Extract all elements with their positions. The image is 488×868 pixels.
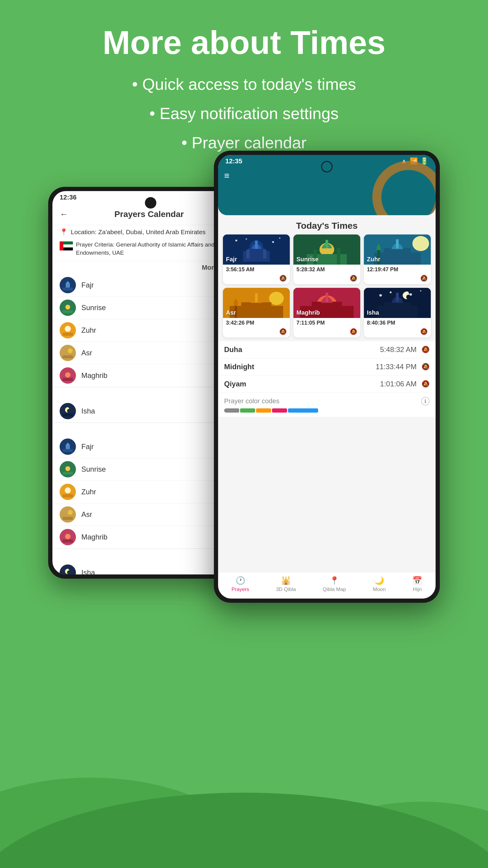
svg-point-22 [60,403,76,419]
svg-rect-48 [248,248,265,261]
maghrib-bell-icon[interactable]: 🔕 [350,328,357,335]
prayer-grid: Fajr 3:56:15 AM 🔕 [218,235,435,338]
fajr-card-label: Fajr [226,256,237,263]
zuhr-card-img: Zuhr [364,235,431,265]
svg-point-35 [68,510,73,515]
svg-rect-17 [63,355,73,358]
nav-qibla-map[interactable]: 📍 Qibla Map [323,576,346,592]
nav-moon[interactable]: 🌙 Moon [373,576,386,592]
svg-point-44 [246,239,247,240]
color-bar [224,408,429,412]
color-seg-green [240,408,255,412]
sunrise-icon-d2 [60,461,76,477]
moon-label: Moon [373,587,386,592]
front-phone: 12:35 ▲ 📶 🔋 ≡ Today's Times [214,151,440,603]
prayer-card-sunrise[interactable]: Sunrise 5:28:32 AM 🔕 [293,235,360,284]
hijri-icon: 📅 [412,576,422,585]
svg-point-45 [272,241,274,243]
prayer-card-asr[interactable]: Asr 3:42:26 PM 🔕 [223,288,290,338]
maghrib-bell-row: 🔕 [293,327,360,338]
moon-icon: 🌙 [375,576,384,585]
midnight-name: Midnight [224,363,376,371]
zuhr-time: 12:19:47 PM [364,265,431,274]
nav-prayers[interactable]: 🕐 Prayers [232,576,250,592]
svg-point-38 [65,534,70,539]
fajr-icon-d1 [60,277,76,293]
maghrib-card-img: Maghrib [293,288,360,318]
asr-icon-d1 [60,345,76,361]
sunrise-card-img: Sunrise [293,235,360,265]
svg-rect-49 [255,241,258,249]
svg-rect-37 [63,539,73,542]
prayer-card-zuhr[interactable]: Zuhr 12:19:47 PM 🔕 [364,235,431,284]
svg-point-43 [235,240,237,241]
prayer-card-fajr[interactable]: Fajr 3:56:15 AM 🔕 [223,235,290,284]
sunrise-icon-d1 [60,300,76,316]
location-text: Location: Za'abeel, Dubai, United Arab E… [71,228,206,236]
qibla3d-label: 3D Qibla [276,587,296,592]
isha-bell-row: 🔕 [364,327,431,338]
qiyam-name: Qiyam [224,380,380,388]
qiblamap-icon: 📍 [330,576,339,585]
sunrise-card-label: Sunrise [296,256,318,263]
asr-bell-icon[interactable]: 🔕 [279,328,287,335]
sunrise-bell-row: 🔕 [293,274,360,284]
nav-3d-qibla[interactable]: 🕌 3D Qibla [276,576,296,592]
section-title: Today's Times [218,215,435,235]
back-arrow-icon[interactable]: ← [60,210,68,219]
color-seg-orange [256,408,271,412]
svg-rect-28 [63,472,73,475]
zuhr-bell-icon[interactable]: 🔕 [420,275,428,282]
header-section: More about Times • Quick access to today… [0,0,488,158]
svg-rect-11 [63,310,73,313]
prayer-card-isha[interactable]: Isha 8:40:36 PM 🔕 [364,288,431,338]
svg-point-46 [279,238,280,239]
maghrib-time: 7:11:05 PM [293,318,360,327]
additional-times: Duha 5:48:32 AM 🔕 Midnight 11:33:44 PM 🔕… [218,341,435,393]
phones-container: 12:36 ▲ 📶 🔋 ← Prayers Calendar 📅 📍 Locat… [48,151,440,814]
sunrise-bell-icon[interactable]: 🔕 [350,275,357,282]
isha-card-img: Isha [364,288,431,318]
asr-bell-row: 🔕 [223,327,290,338]
prayer-card-maghrib[interactable]: Maghrib 7:11:05 PM 🔕 [293,288,360,338]
svg-rect-25 [63,449,73,452]
isha-icon-d2 [60,564,76,575]
svg-rect-68 [255,293,258,302]
asr-card-label: Asr [226,309,236,316]
uae-flag [60,241,73,250]
svg-point-33 [60,506,76,523]
svg-point-18 [68,348,73,353]
qiyam-row: Qiyam 1:01:06 AM 🔕 [218,375,435,393]
qiyam-bell-icon[interactable]: 🔕 [421,380,429,388]
svg-rect-57 [326,240,328,248]
asr-icon-d2 [60,506,76,523]
prayers-label: Prayers [232,587,250,592]
qiblamap-label: Qibla Map [323,587,346,592]
info-icon[interactable]: ℹ [421,397,429,405]
fajr-bell-row: 🔕 [223,274,290,284]
svg-point-12 [65,305,70,310]
duha-bell-icon[interactable]: 🔕 [421,346,429,353]
front-status-icons: ▲ 📶 🔋 [401,157,428,165]
color-seg-pink [272,408,287,412]
fajr-bell-icon[interactable]: 🔕 [279,275,287,282]
svg-rect-56 [337,248,340,265]
svg-point-77 [390,291,392,293]
asr-card-img: Asr [223,288,290,318]
svg-rect-23 [63,413,73,416]
qiyam-time: 1:01:06 AM [380,380,417,388]
nav-hijri[interactable]: 📅 Hijri [412,576,422,592]
hijri-label: Hijri [413,587,422,592]
front-phone-screen: 12:35 ▲ 📶 🔋 ≡ Today's Times [218,155,435,598]
svg-rect-81 [384,302,411,318]
svg-point-21 [65,372,70,378]
svg-point-76 [379,294,382,297]
zuhr-icon-d1 [60,322,76,338]
bullet-1: • Quick access to today's times [0,70,488,99]
svg-rect-61 [384,248,411,265]
isha-bell-icon[interactable]: 🔕 [420,328,428,335]
svg-point-15 [65,326,71,332]
header-bullets: • Quick access to today's times • Easy n… [0,70,488,158]
midnight-bell-icon[interactable]: 🔕 [421,363,429,371]
duha-row: Duha 5:48:32 AM 🔕 [218,341,435,358]
